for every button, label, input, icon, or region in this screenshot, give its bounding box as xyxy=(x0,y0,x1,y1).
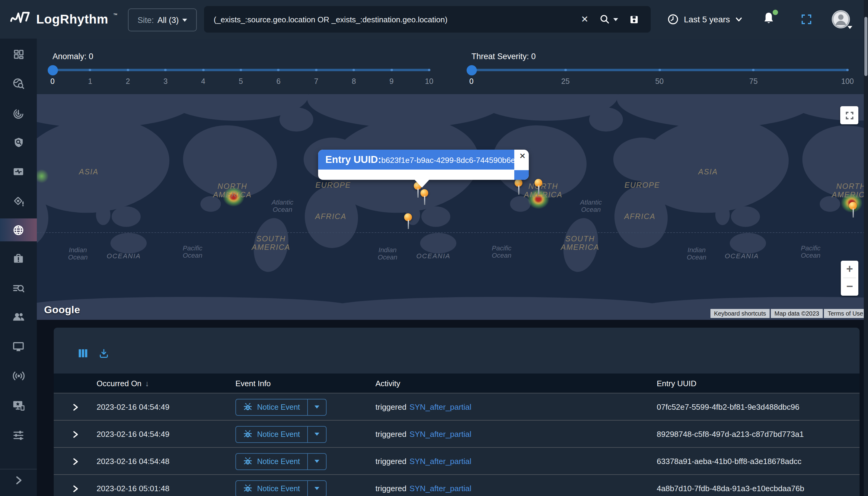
expand-row-button[interactable] xyxy=(71,475,80,496)
sidebar-item-log-search[interactable] xyxy=(0,278,37,299)
scrollbar-thumb[interactable] xyxy=(864,17,867,76)
event-info-cell: Notice Event xyxy=(235,475,326,496)
map-pin[interactable] xyxy=(515,179,522,187)
chevron-right-icon xyxy=(71,403,80,411)
search-list-icon xyxy=(12,282,25,295)
anomaly-slider-track[interactable] xyxy=(52,69,429,71)
broadcast-icon xyxy=(12,369,25,383)
expand-row-button[interactable] xyxy=(71,393,80,421)
notifications-button[interactable] xyxy=(762,11,777,28)
column-header-label: Entry UUID xyxy=(657,378,696,388)
sidebar-item-threat-intel[interactable] xyxy=(0,73,37,94)
table-row: 2023-02-16 05:01:48 Notice Event xyxy=(54,474,859,496)
chevron-down-icon xyxy=(613,18,618,21)
map-info-window: Entry UUID:b623f1e7-b9ac-4299-8dc6-74459… xyxy=(318,150,529,180)
expand-row-button[interactable] xyxy=(71,421,80,448)
logrhythm-logo[interactable]: LogRhythm ™ xyxy=(10,9,118,30)
map-pin[interactable] xyxy=(404,213,412,221)
sidebar-item-dashboards[interactable] xyxy=(0,44,37,65)
terms-of-use-link[interactable]: Terms of Use xyxy=(824,309,867,318)
sidebar-item-endpoint-monitoring[interactable] xyxy=(0,394,37,416)
sidebar-item-analytics[interactable] xyxy=(0,160,37,182)
activity-rule-link[interactable]: SYN_after_partial xyxy=(410,484,471,493)
sidebar-item-network-monitors[interactable] xyxy=(0,365,37,387)
column-header-label: Activity xyxy=(376,378,400,388)
notice-event-split-button[interactable]: Notice Event xyxy=(235,453,326,470)
time-range-selector[interactable]: Last 5 years xyxy=(667,0,743,38)
notice-event-button[interactable]: Notice Event xyxy=(235,399,308,416)
notice-event-split-button[interactable]: Notice Event xyxy=(235,426,326,443)
globe-search-icon xyxy=(12,77,25,90)
search-query-input[interactable]: (_exists_:source.geo.location OR _exists… xyxy=(214,15,576,24)
slider-tick-label: 0 xyxy=(469,77,474,86)
map[interactable]: Entry UUID:b623f1e7-b9ac-4299-8dc6-74459… xyxy=(37,94,868,320)
google-logo[interactable]: Google xyxy=(44,304,80,316)
column-header-occurred-on[interactable]: Occurred On ↓ xyxy=(96,373,149,393)
notice-event-button[interactable]: Notice Event xyxy=(235,453,308,470)
event-options-dropdown[interactable] xyxy=(308,453,326,470)
activity-rule-link[interactable]: SYN_after_partial xyxy=(410,457,471,466)
event-options-dropdown[interactable] xyxy=(308,426,326,443)
threat-severity-slider-track[interactable] xyxy=(471,69,848,71)
map-pin[interactable] xyxy=(421,189,428,197)
column-settings-button[interactable] xyxy=(78,348,88,358)
download-icon xyxy=(98,348,109,359)
expand-row-button[interactable] xyxy=(71,448,80,475)
column-header-activity[interactable]: Activity xyxy=(376,373,400,393)
fullscreen-icon xyxy=(801,13,812,25)
map-fullscreen-button[interactable] xyxy=(840,106,858,124)
event-options-dropdown[interactable] xyxy=(308,399,326,416)
chevron-right-icon xyxy=(13,475,24,486)
activity-prefix: triggered xyxy=(376,430,407,439)
notice-event-split-button[interactable]: Notice Event xyxy=(235,399,326,416)
sidebar-expand-button[interactable] xyxy=(0,469,37,491)
export-button[interactable] xyxy=(98,348,109,359)
close-icon[interactable]: ✕ xyxy=(519,152,526,160)
threat-severity-slider-label: Threat Severity: 0 xyxy=(471,52,536,61)
event-info-cell: Notice Event xyxy=(235,448,326,475)
activity-rule-link[interactable]: SYN_after_partial xyxy=(410,402,471,412)
sidebar-item-detections[interactable] xyxy=(0,102,37,124)
map-pin[interactable] xyxy=(534,179,542,187)
notice-event-label: Notice Event xyxy=(257,430,300,438)
slider-track-dot xyxy=(277,69,280,71)
column-header-entry-uuid[interactable]: Entry UUID xyxy=(657,373,696,393)
fullscreen-button[interactable] xyxy=(801,13,812,25)
site-value: All (3) xyxy=(157,15,179,25)
activity-rule-link[interactable]: SYN_after_partial xyxy=(410,430,471,439)
logo-text: LogRhythm xyxy=(36,9,108,30)
search-bar[interactable]: (_exists_:source.geo.location OR _exists… xyxy=(204,6,651,33)
map-geo-label: Indian Ocean xyxy=(687,246,706,261)
map-pin[interactable] xyxy=(849,202,857,210)
notification-badge xyxy=(773,10,778,15)
notice-event-split-button[interactable]: Notice Event xyxy=(235,480,326,496)
map-geo-label: Atlantic Ocean xyxy=(272,199,293,213)
save-search-button[interactable] xyxy=(624,10,645,28)
page-scrollbar[interactable] xyxy=(864,0,868,496)
notice-event-button[interactable]: Notice Event xyxy=(235,426,308,443)
zoom-in-button[interactable]: + xyxy=(841,261,858,278)
anomaly-slider-handle[interactable] xyxy=(47,65,58,75)
event-options-dropdown[interactable] xyxy=(308,480,326,496)
sidebar-item-hosts[interactable] xyxy=(0,336,37,357)
column-header-event-info[interactable]: Event Info xyxy=(235,373,271,393)
sidebar-item-alarms[interactable] xyxy=(0,190,37,212)
user-avatar[interactable] xyxy=(832,10,850,28)
anomaly-slider: Anomaly: 0 012345678910 xyxy=(52,38,429,94)
zoom-out-button[interactable]: − xyxy=(841,278,858,295)
keyboard-shortcuts-link[interactable]: Keyboard shortcuts xyxy=(711,309,770,318)
sidebar-item-geolocation-active[interactable] xyxy=(0,218,37,242)
sidebar-item-administration[interactable] xyxy=(0,424,37,446)
slider-track-dot xyxy=(127,69,129,71)
run-search-button[interactable] xyxy=(594,10,624,28)
threat-severity-slider-handle[interactable] xyxy=(466,65,476,75)
chevron-down-icon xyxy=(315,487,319,490)
sidebar-item-threat-hunting[interactable] xyxy=(0,131,37,153)
sidebar-item-users[interactable] xyxy=(0,306,37,328)
clear-search-button[interactable]: ✕ xyxy=(576,10,594,28)
sidebar-item-cases[interactable] xyxy=(0,247,37,269)
site-selector[interactable]: Site: All (3) xyxy=(128,9,197,31)
notice-event-button[interactable]: Notice Event xyxy=(235,480,308,496)
search-icon xyxy=(599,14,610,25)
slider-track-dot xyxy=(846,69,849,71)
